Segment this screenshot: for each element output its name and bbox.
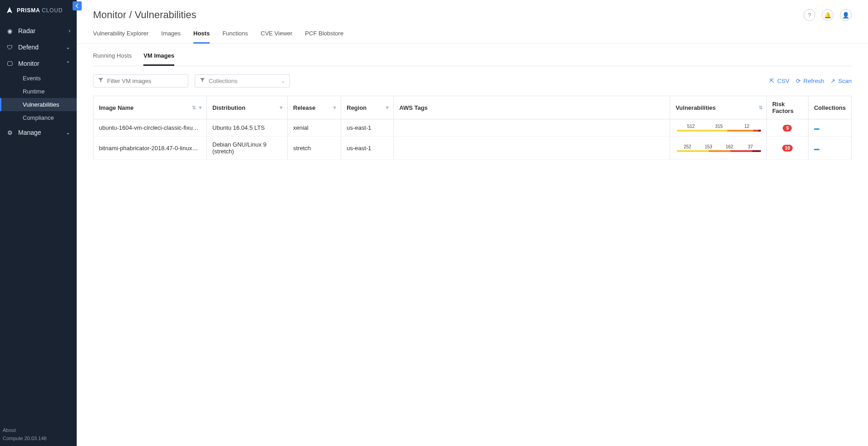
col-release[interactable]: Release▼ bbox=[288, 96, 341, 119]
monitor-icon: 🖵 bbox=[6, 60, 13, 67]
user-button[interactable]: 👤 bbox=[840, 9, 852, 21]
nav-manage[interactable]: ⚙ Manage ⌄ bbox=[0, 124, 77, 141]
chevron-left-icon bbox=[74, 3, 80, 9]
filter-icon[interactable]: ▼ bbox=[198, 105, 203, 111]
scan-icon: ↗ bbox=[830, 78, 835, 84]
cell-risk: 9 bbox=[766, 119, 808, 137]
primary-tabs: Vulnerability Explorer Images Hosts Func… bbox=[93, 30, 852, 44]
nav: ◉ Radar › 🛡 Defend ⌄ 🖵 Monitor ⌃ Events … bbox=[0, 23, 77, 422]
filter-icon[interactable]: ▼ bbox=[385, 105, 390, 110]
cell-tags bbox=[394, 137, 670, 160]
cell-coll bbox=[808, 137, 851, 160]
cell-dist: Debian GNU/Linux 9 (stretch) bbox=[207, 137, 288, 160]
nav-compliance[interactable]: Compliance bbox=[0, 111, 77, 124]
cell-risk: 10 bbox=[766, 137, 808, 160]
nav-vulnerabilities[interactable]: Vulnerabilities bbox=[0, 98, 77, 111]
sort-icon[interactable]: ⇅ bbox=[192, 105, 196, 111]
secondary-tabs: Running Hosts VM Images bbox=[93, 52, 852, 66]
shield-icon: 🛡 bbox=[6, 44, 13, 51]
nav-radar[interactable]: ◉ Radar › bbox=[0, 23, 77, 39]
filter-icon bbox=[200, 78, 205, 84]
nav-label: Monitor bbox=[18, 60, 39, 67]
cell-image: ubuntu-1604-vm-circleci-classic-fixup-15… bbox=[93, 119, 207, 137]
notifications-button[interactable]: 🔔 bbox=[822, 9, 834, 21]
version-text: Compute 20.03.148 bbox=[3, 434, 74, 442]
collections-indicator bbox=[814, 149, 819, 150]
sidebar: PRISMA CLOUD ◉ Radar › 🛡 Defend ⌄ 🖵 Moni… bbox=[0, 0, 77, 446]
nav-label: Defend bbox=[18, 44, 39, 51]
csv-label: CSV bbox=[777, 78, 790, 84]
cell-region: us-east-1 bbox=[341, 119, 394, 137]
nav-monitor[interactable]: 🖵 Monitor ⌃ bbox=[0, 55, 77, 72]
cell-release: stretch bbox=[288, 137, 341, 160]
collections-label: Collections bbox=[209, 78, 278, 84]
tab-functions[interactable]: Functions bbox=[222, 30, 248, 44]
sub-header: Running Hosts VM Images bbox=[77, 44, 868, 66]
tab-vuln-explorer[interactable]: Vulnerability Explorer bbox=[93, 30, 148, 44]
main: Monitor / Vulnerabilities ? 🔔 👤 Vulnerab… bbox=[77, 0, 868, 446]
help-button[interactable]: ? bbox=[804, 9, 815, 21]
tab-pcf[interactable]: PCF Blobstore bbox=[305, 30, 343, 44]
help-icon: ? bbox=[808, 12, 811, 19]
cell-release: xenial bbox=[288, 119, 341, 137]
tab-images[interactable]: Images bbox=[161, 30, 181, 44]
refresh-label: Refresh bbox=[804, 78, 824, 84]
col-vuln[interactable]: Vulnerabilities⇅ bbox=[670, 96, 766, 119]
tab-hosts[interactable]: Hosts bbox=[193, 30, 210, 44]
csv-button[interactable]: ⇱ CSV bbox=[770, 78, 790, 84]
nav-runtime[interactable]: Runtime bbox=[0, 85, 77, 98]
brand-logo: PRISMA CLOUD bbox=[0, 0, 77, 23]
collections-dropdown[interactable]: Collections ⌄ bbox=[195, 74, 290, 88]
nav-label: Radar bbox=[18, 27, 35, 34]
risk-badge: 10 bbox=[782, 145, 793, 152]
filter-icon bbox=[98, 78, 103, 84]
collections-indicator bbox=[814, 128, 819, 130]
cell-tags bbox=[394, 119, 670, 137]
toolbar: Collections ⌄ ⇱ CSV ⟳ Refresh ↗ Scan bbox=[77, 66, 868, 96]
chevron-down-icon: ⌄ bbox=[66, 129, 70, 136]
filter-icon[interactable]: ▼ bbox=[332, 105, 337, 110]
bell-icon: 🔔 bbox=[824, 12, 831, 19]
col-coll[interactable]: Collections bbox=[808, 96, 851, 119]
sidebar-collapse-button[interactable] bbox=[73, 1, 82, 10]
cell-dist: Ubuntu 16.04.5 LTS bbox=[207, 119, 288, 137]
cell-vuln: 25215316237 bbox=[670, 137, 766, 160]
page-title: Monitor / Vulnerabilities bbox=[93, 9, 196, 21]
tab-cve-viewer[interactable]: CVE Viewer bbox=[261, 30, 293, 44]
col-tags[interactable]: AWS Tags bbox=[394, 96, 670, 119]
page-header: Monitor / Vulnerabilities ? 🔔 👤 Vulnerab… bbox=[77, 0, 868, 44]
table-row[interactable]: ubuntu-1604-vm-circleci-classic-fixup-15… bbox=[93, 119, 852, 137]
gear-icon: ⚙ bbox=[6, 129, 13, 136]
prisma-logo-icon bbox=[5, 6, 14, 15]
filter-icon[interactable]: ▼ bbox=[279, 105, 284, 110]
col-dist[interactable]: Distribution▼ bbox=[207, 96, 288, 119]
radar-icon: ◉ bbox=[6, 28, 13, 34]
nav-defend[interactable]: 🛡 Defend ⌄ bbox=[0, 39, 77, 55]
col-risk[interactable]: Risk Factors bbox=[766, 96, 808, 119]
scan-button[interactable]: ↗ Scan bbox=[830, 78, 852, 84]
nav-events[interactable]: Events bbox=[0, 72, 77, 85]
col-image[interactable]: Image Name⇅▼ bbox=[93, 96, 207, 119]
nav-label: Manage bbox=[18, 129, 41, 136]
refresh-button[interactable]: ⟳ Refresh bbox=[796, 78, 824, 84]
col-region[interactable]: Region▼ bbox=[341, 96, 394, 119]
filter-input-wrap[interactable] bbox=[93, 74, 188, 88]
about-link[interactable]: About bbox=[3, 426, 74, 434]
subtab-running-hosts[interactable]: Running Hosts bbox=[93, 52, 132, 66]
chevron-down-icon: ⌄ bbox=[281, 78, 285, 83]
cell-coll bbox=[808, 119, 851, 137]
vm-images-table-wrap: Image Name⇅▼ Distribution▼ Release▼ Regi… bbox=[77, 96, 868, 160]
cell-image: bitnami-phabricator-2018.47-0-linux-debi… bbox=[93, 137, 207, 160]
cell-vuln: 51231512 bbox=[670, 119, 766, 137]
user-icon: 👤 bbox=[842, 12, 849, 19]
brand-text: PRISMA CLOUD bbox=[17, 7, 63, 14]
cell-region: us-east-1 bbox=[341, 137, 394, 160]
risk-badge: 9 bbox=[783, 125, 792, 132]
filter-input[interactable] bbox=[107, 78, 183, 84]
table-row[interactable]: bitnami-phabricator-2018.47-0-linux-debi… bbox=[93, 137, 852, 160]
sort-icon[interactable]: ⇅ bbox=[759, 105, 763, 111]
chevron-down-icon: ⌄ bbox=[66, 44, 70, 50]
subtab-vm-images[interactable]: VM Images bbox=[143, 52, 174, 66]
refresh-icon: ⟳ bbox=[796, 78, 801, 84]
chevron-up-icon: ⌃ bbox=[66, 60, 70, 67]
